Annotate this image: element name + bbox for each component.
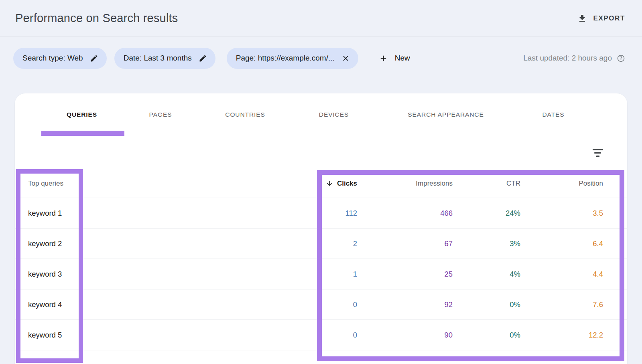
tab-queries[interactable]: QUERIES xyxy=(67,93,97,136)
search-type-chip[interactable]: Search type: Web xyxy=(13,48,107,69)
remove-page-filter-button[interactable] xyxy=(341,54,350,63)
impressions-cell: 466 xyxy=(440,209,453,218)
position-cell: 6.4 xyxy=(593,239,603,248)
clicks-cell: 0 xyxy=(353,300,357,309)
impressions-cell: 67 xyxy=(444,239,453,248)
ctr-cell: 0% xyxy=(510,300,520,309)
column-header-ctr[interactable]: CTR xyxy=(506,180,520,188)
date-range-chip-label: Date: Last 3 months xyxy=(124,54,192,63)
clicks-cell: 2 xyxy=(353,239,357,248)
export-label: EXPORT xyxy=(593,14,625,22)
plus-icon xyxy=(379,54,388,63)
query-cell[interactable]: keyword 5 xyxy=(15,331,317,340)
page-header: Performance on Search results EXPORT xyxy=(0,0,642,37)
table-row[interactable]: keyword 3 1 25 4% 4.4 xyxy=(15,259,627,289)
tab-pages[interactable]: PAGES xyxy=(149,93,172,136)
query-cell[interactable]: keyword 1 xyxy=(15,209,317,218)
impressions-cell: 92 xyxy=(444,300,453,309)
help-icon[interactable] xyxy=(617,54,625,63)
date-range-chip[interactable]: Date: Last 3 months xyxy=(114,48,215,69)
column-header-top-queries[interactable]: Top queries xyxy=(15,180,317,188)
active-tab-indicator xyxy=(41,131,124,136)
impressions-cell: 25 xyxy=(444,270,453,279)
tab-countries[interactable]: COUNTRIES xyxy=(225,93,265,136)
query-cell[interactable]: keyword 3 xyxy=(15,270,317,279)
ctr-cell: 4% xyxy=(510,270,520,279)
column-header-position[interactable]: Position xyxy=(579,180,603,188)
sort-arrow-down-icon xyxy=(326,180,333,187)
query-cell[interactable]: keyword 4 xyxy=(15,300,317,309)
table-row[interactable]: keyword 5 0 90 0% 12.2 xyxy=(15,320,627,350)
edit-icon xyxy=(90,54,98,63)
last-updated-status: Last updated: 2 hours ago xyxy=(523,54,625,63)
column-header-impressions[interactable]: Impressions xyxy=(416,180,453,188)
table-row[interactable]: keyword 2 2 67 3% 6.4 xyxy=(15,229,627,259)
column-header-clicks[interactable]: Clicks xyxy=(326,180,357,188)
position-cell: 12.2 xyxy=(589,331,603,340)
query-cell[interactable]: keyword 2 xyxy=(15,239,317,248)
export-button[interactable]: EXPORT xyxy=(577,14,625,23)
position-cell: 7.6 xyxy=(593,300,603,309)
report-card: QUERIES PAGES COUNTRIES DEVICES SEARCH A… xyxy=(15,93,627,364)
download-icon xyxy=(577,14,587,23)
new-filter-label: New xyxy=(395,54,410,63)
table-row[interactable]: keyword 4 0 92 0% 7.6 xyxy=(15,289,627,320)
position-cell: 4.4 xyxy=(593,270,603,279)
impressions-cell: 90 xyxy=(444,331,453,340)
page-filter-chip[interactable]: Page: https://example.com/... xyxy=(227,48,358,69)
search-type-chip-label: Search type: Web xyxy=(22,54,83,63)
last-updated-text: Last updated: 2 hours ago xyxy=(523,54,612,63)
ctr-cell: 0% xyxy=(510,331,520,340)
table-header-row: Top queries Clicks Impressions CTR Posit… xyxy=(15,169,627,198)
filter-bar: Search type: Web Date: Last 3 months Pag… xyxy=(0,47,642,69)
search-performance-page: Performance on Search results EXPORT Sea… xyxy=(0,0,642,364)
new-filter-button[interactable]: New xyxy=(379,54,410,63)
table-toolbar xyxy=(15,136,627,169)
position-cell: 3.5 xyxy=(593,209,603,218)
page-filter-chip-label: Page: https://example.com/... xyxy=(236,54,335,63)
clicks-cell: 1 xyxy=(353,270,357,279)
close-icon xyxy=(341,54,350,63)
edit-icon xyxy=(199,54,207,63)
dimension-tabs: QUERIES PAGES COUNTRIES DEVICES SEARCH A… xyxy=(15,93,627,136)
clicks-cell: 112 xyxy=(345,209,358,218)
queries-table: Top queries Clicks Impressions CTR Posit… xyxy=(15,169,627,350)
tab-devices[interactable]: DEVICES xyxy=(319,93,349,136)
filter-rows-icon[interactable] xyxy=(592,147,603,158)
tab-dates[interactable]: DATES xyxy=(542,93,564,136)
page-title: Performance on Search results xyxy=(15,12,178,25)
tab-search-appearance[interactable]: SEARCH APPEARANCE xyxy=(408,93,484,136)
ctr-cell: 24% xyxy=(506,209,520,218)
clicks-cell: 0 xyxy=(353,331,357,340)
table-row[interactable]: keyword 1 112 466 24% 3.5 xyxy=(15,198,627,229)
ctr-cell: 3% xyxy=(510,239,520,248)
